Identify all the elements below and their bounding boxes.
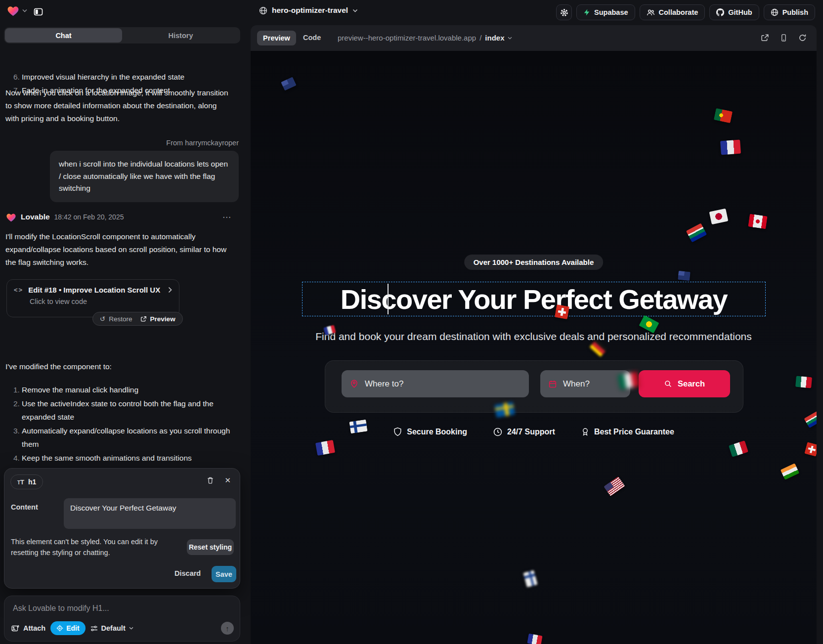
- flag-se: [494, 402, 515, 418]
- tab-preview[interactable]: Preview: [257, 31, 296, 45]
- open-in-new-window-button[interactable]: [761, 34, 769, 42]
- chevron-right-icon: [168, 287, 172, 293]
- list-item: 1.Remove the manual click handling: [5, 383, 234, 397]
- image-attach-icon: [11, 625, 20, 632]
- preview-version-button[interactable]: Preview: [140, 315, 175, 323]
- reset-styling-button[interactable]: Reset styling: [187, 539, 234, 555]
- project-selector[interactable]: hero-optimizer-travel: [259, 6, 358, 15]
- chevron-down-icon: [352, 9, 358, 12]
- list-item: 3.Automatically expand/collapse location…: [5, 424, 234, 451]
- delete-element-button[interactable]: [207, 476, 214, 484]
- gear-icon: [560, 8, 568, 17]
- save-button[interactable]: Save: [212, 566, 236, 582]
- collaborate-button[interactable]: Collaborate: [640, 4, 705, 20]
- search-button[interactable]: Search: [639, 370, 730, 397]
- chat-composer: Ask Lovable to modify H1... Attach Edit …: [4, 596, 240, 642]
- assistant-header: Lovable 18:42 on Feb 20, 2025 ⋯: [6, 211, 242, 223]
- top-actions: Supabase Collaborate GitHub Publish: [556, 4, 815, 20]
- flag-fi: [349, 420, 367, 433]
- map-pin-icon: [349, 379, 359, 388]
- search-card: Where to? When? Search: [325, 360, 743, 413]
- flag-fr: [315, 440, 335, 456]
- shield-icon: [393, 427, 402, 437]
- lovable-logo-menu[interactable]: [7, 5, 27, 16]
- edit-card-subtitle: Click to view code: [30, 298, 172, 305]
- search-icon: [664, 380, 672, 388]
- flag-ch: [555, 304, 569, 319]
- styling-note: This element can't be styled. You can ed…: [11, 536, 174, 558]
- list-item: 6.Improved visual hierarchy in the expan…: [5, 71, 233, 84]
- element-tag-pill: TT h1: [10, 474, 43, 489]
- flag-ch: [804, 442, 817, 456]
- preview-panel: Preview Code preview--hero-optimizer-tra…: [251, 25, 817, 644]
- award-icon: [581, 427, 590, 437]
- restore-button[interactable]: ↺Restore: [100, 315, 132, 323]
- settings-button[interactable]: [556, 4, 572, 20]
- hero-title[interactable]: Discover Your Perfect Getaway: [341, 283, 727, 315]
- preview-domain: preview--hero-optimizer-travel.lovable.a…: [338, 34, 476, 42]
- tab-chat[interactable]: Chat: [5, 28, 122, 43]
- where-to-input[interactable]: Where to?: [342, 370, 529, 397]
- supabase-button[interactable]: Supabase: [576, 4, 635, 20]
- when-input[interactable]: When?: [540, 370, 630, 397]
- sidebar-toggle-button[interactable]: [31, 4, 45, 19]
- chevron-down-icon: [22, 9, 27, 12]
- code-icon: <>: [14, 286, 23, 294]
- chat-sidebar: Chat History 6.Improved visual hierarchy…: [0, 25, 248, 644]
- text-type-icon: TT: [17, 478, 24, 486]
- flag-ca: [748, 214, 767, 229]
- flag-mx: [795, 376, 812, 388]
- flag-in: [780, 463, 799, 479]
- sidebar-tabbar: Chat History: [4, 27, 240, 43]
- calendar-icon: [548, 380, 557, 388]
- globe-icon: [771, 8, 779, 16]
- flag-fr: [527, 634, 542, 644]
- h1-selection-outline: Discover Your Perfect Getaway: [302, 282, 766, 316]
- flag-nz: [678, 271, 691, 281]
- text-caret: [388, 284, 389, 314]
- list-item: 4.Keep the same smooth animations and tr…: [5, 451, 234, 465]
- feature-price-guarantee: Best Price Guarantee: [581, 427, 674, 437]
- feature-secure-booking: Secure Booking: [393, 427, 467, 437]
- assistant-paragraph: I'll modify the LocationScroll component…: [5, 230, 229, 269]
- feature-row: Secure Booking 24/7 Support Best Price G…: [251, 427, 817, 437]
- edit-card-actions: ↺Restore Preview: [92, 312, 183, 326]
- close-icon[interactable]: ✕: [224, 476, 231, 485]
- tab-history[interactable]: History: [122, 28, 239, 43]
- chevron-down-icon: [508, 37, 512, 40]
- flag-mx: [729, 440, 748, 457]
- content-textarea[interactable]: [64, 498, 236, 529]
- flag-pt: [714, 108, 733, 124]
- mode-selector[interactable]: Default: [90, 624, 133, 632]
- lovable-heart-avatar: [6, 213, 16, 222]
- assistant-modification-list: 1.Remove the manual click handling 2.Use…: [5, 383, 234, 478]
- discard-button[interactable]: Discard: [174, 569, 201, 577]
- preview-url-selector[interactable]: preview--hero-optimizer-travel.lovable.a…: [338, 34, 512, 42]
- flag-fr: [720, 140, 741, 155]
- assistant-paragraph: I've modified the component to:: [5, 362, 112, 371]
- github-button[interactable]: GitHub: [709, 4, 759, 20]
- supabase-bolt-icon: [583, 8, 590, 16]
- project-name: hero-optimizer-travel: [272, 6, 348, 15]
- edit-mode-button[interactable]: Edit: [50, 621, 85, 635]
- top-bar: hero-optimizer-travel Supabase Collabora…: [0, 0, 823, 25]
- publish-button[interactable]: Publish: [764, 4, 815, 20]
- message-menu-button[interactable]: ⋯: [222, 212, 231, 222]
- target-icon: [56, 625, 63, 632]
- flag-za: [686, 223, 707, 243]
- restore-icon: ↺: [100, 315, 105, 323]
- tab-code[interactable]: Code: [303, 34, 321, 42]
- send-button[interactable]: ↑: [221, 622, 234, 635]
- user-message-bubble: when i scroll into the individual locati…: [50, 151, 239, 202]
- message-timestamp: 18:42 on Feb 20, 2025: [54, 213, 124, 221]
- open-external-icon: [140, 316, 147, 322]
- attach-button[interactable]: Attach: [11, 624, 45, 632]
- mobile-view-button[interactable]: [780, 34, 787, 42]
- composer-input[interactable]: Ask Lovable to modify H1...: [13, 604, 109, 613]
- clock-icon: [493, 427, 503, 437]
- site-canvas: Over 1000+ Destinations Available Discov…: [251, 51, 817, 644]
- preview-toolbar: Preview Code preview--hero-optimizer-tra…: [251, 25, 817, 51]
- refresh-button[interactable]: [798, 34, 807, 42]
- flag-jp: [709, 209, 729, 225]
- destinations-badge: Over 1000+ Destinations Available: [464, 255, 604, 270]
